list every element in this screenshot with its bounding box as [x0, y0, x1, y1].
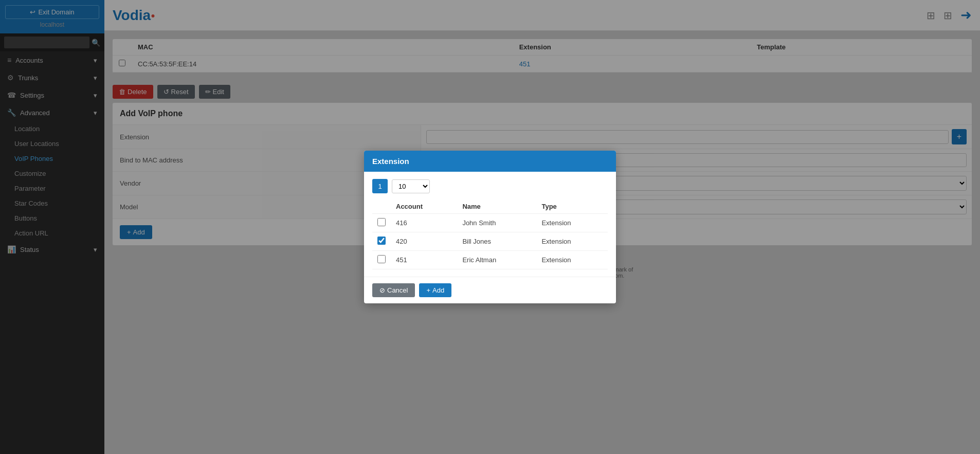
modal-footer: ⊘ Cancel + Add [364, 277, 616, 303]
modal-pagination: 1 10 25 50 100 [372, 179, 608, 193]
modal-cell-account-2: 451 [391, 251, 457, 269]
modal-cell-checkbox-0 [372, 214, 391, 232]
modal-header-account: Account [391, 199, 457, 214]
modal-table-row: 451 Eric Altman Extension [372, 251, 608, 269]
modal-overlay: Extension 1 10 25 50 100 Account Name T [0, 0, 980, 454]
modal-add-button[interactable]: + Add [419, 283, 451, 297]
modal-header-name: Name [457, 199, 536, 214]
modal-row-checkbox-1[interactable] [377, 237, 386, 245]
modal-cell-checkbox-2 [372, 251, 391, 269]
modal-table-row: 420 Bill Jones Extension [372, 232, 608, 251]
modal-cell-type-1: Extension [536, 232, 608, 251]
modal-cell-account-1: 420 [391, 232, 457, 251]
modal-cell-type-0: Extension [536, 214, 608, 232]
per-page-select[interactable]: 10 25 50 100 [392, 179, 430, 193]
modal-row-checkbox-0[interactable] [377, 218, 386, 226]
modal-header-type: Type [536, 199, 608, 214]
page-num-button[interactable]: 1 [372, 179, 388, 193]
modal-body: 1 10 25 50 100 Account Name Type [364, 172, 616, 277]
modal-header-checkbox-col [372, 199, 391, 214]
modal-table-row: 416 John Smith Extension [372, 214, 608, 232]
modal-row-checkbox-2[interactable] [377, 255, 386, 263]
extension-modal: Extension 1 10 25 50 100 Account Name T [364, 151, 616, 303]
modal-cell-name-1: Bill Jones [457, 232, 536, 251]
modal-cell-account-0: 416 [391, 214, 457, 232]
modal-header: Extension [364, 151, 616, 172]
modal-cell-checkbox-1 [372, 232, 391, 251]
modal-cell-name-2: Eric Altman [457, 251, 536, 269]
modal-table: Account Name Type 416 John Smith Extensi… [372, 199, 608, 269]
modal-cell-type-2: Extension [536, 251, 608, 269]
cancel-icon: ⊘ [379, 286, 385, 294]
modal-cell-name-0: John Smith [457, 214, 536, 232]
cancel-button[interactable]: ⊘ Cancel [372, 283, 415, 297]
modal-add-icon: + [426, 286, 430, 294]
